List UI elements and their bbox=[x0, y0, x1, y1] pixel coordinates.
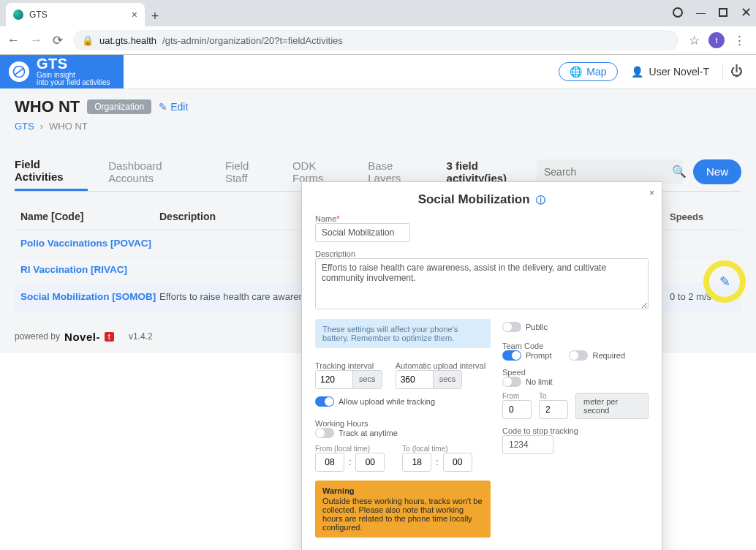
label-speed-from: From bbox=[502, 392, 532, 400]
power-icon[interactable]: ⏻ bbox=[722, 64, 743, 79]
account-icon[interactable] bbox=[673, 7, 683, 18]
row-edit-pencil-icon[interactable]: ✎ bbox=[719, 274, 730, 290]
close-window-icon[interactable]: ✕ bbox=[741, 4, 752, 20]
favicon-icon bbox=[13, 10, 23, 20]
brand-block[interactable]: GTS Gain insightinto your field activiti… bbox=[0, 55, 124, 88]
app-header: GTS Gain insightinto your field activiti… bbox=[0, 55, 756, 88]
new-tab-button[interactable]: + bbox=[145, 6, 165, 26]
pencil-icon: ✎ bbox=[159, 101, 167, 113]
label-public: Public bbox=[526, 323, 548, 331]
col-speeds[interactable]: Speeds bbox=[670, 211, 736, 222]
row-name[interactable]: Social Mobilization [SOMOB] bbox=[20, 291, 159, 302]
label-nolimit: No limit bbox=[526, 377, 553, 386]
brand-tagline-1: Gain insight bbox=[37, 71, 75, 79]
org-chip: Organization bbox=[87, 99, 151, 114]
speed-to-input[interactable] bbox=[539, 400, 568, 419]
row-name[interactable]: RI Vaccination [RIVAC] bbox=[20, 264, 159, 275]
forward-icon[interactable]: → bbox=[30, 33, 42, 48]
warning-body: Outside these working hours, tracks won'… bbox=[322, 497, 483, 532]
label-speed-to: To bbox=[539, 392, 568, 400]
maximize-icon[interactable] bbox=[719, 8, 727, 17]
globe-icon: 🌐 bbox=[570, 66, 582, 78]
page-title: WHO NT bbox=[15, 97, 80, 116]
name-input[interactable] bbox=[315, 223, 410, 242]
brand-name: GTS bbox=[37, 56, 110, 72]
to-min-input[interactable] bbox=[443, 453, 472, 472]
chevron-right-icon: › bbox=[40, 121, 43, 132]
edit-label: Edit bbox=[170, 101, 188, 113]
label-speed: Speed bbox=[502, 368, 649, 377]
kebab-icon[interactable]: ⋮ bbox=[733, 33, 746, 48]
from-min-input[interactable] bbox=[355, 453, 385, 472]
allow-upload-toggle[interactable] bbox=[315, 396, 334, 407]
activity-modal: × Social Mobilization ⓘ Name Description… bbox=[301, 181, 662, 550]
to-hour-input[interactable] bbox=[402, 453, 431, 472]
user-menu[interactable]: 👤 User Novel-T bbox=[631, 66, 709, 78]
new-button[interactable]: New bbox=[693, 159, 741, 184]
public-toggle[interactable] bbox=[502, 322, 521, 332]
breadcrumb-current: WHO NT bbox=[49, 121, 88, 132]
star-icon[interactable]: ☆ bbox=[689, 33, 700, 48]
lock-icon: 🔒 bbox=[82, 35, 94, 46]
url-path: /gts-admin/organization/20?t=fieldActivi… bbox=[162, 35, 343, 46]
row-name[interactable]: Polio Vaccinations [POVAC] bbox=[20, 238, 159, 249]
description-input[interactable]: Efforts to raise health care awareness, … bbox=[315, 258, 649, 309]
back-icon[interactable]: ← bbox=[7, 33, 20, 48]
browser-tab[interactable]: GTS × bbox=[6, 3, 145, 26]
label-working-hours: Working Hours bbox=[315, 419, 491, 428]
label-name: Name bbox=[315, 214, 649, 223]
search-box[interactable]: 🔍 bbox=[537, 159, 683, 184]
map-button[interactable]: 🌐 Map bbox=[559, 62, 617, 81]
search-icon[interactable]: 🔍 bbox=[672, 165, 687, 178]
label-tracking-interval: Tracking interval bbox=[315, 361, 382, 370]
breadcrumb-root[interactable]: GTS bbox=[15, 121, 34, 132]
minimize-icon[interactable]: — bbox=[696, 7, 706, 18]
stop-code-input[interactable] bbox=[502, 435, 553, 454]
activity-count: 3 field activity(ies) bbox=[447, 159, 526, 184]
secs-unit: secs bbox=[352, 371, 382, 388]
modal-title: Social Mobilization bbox=[418, 192, 530, 206]
address-bar[interactable]: 🔒 uat.gts.health /gts-admin/organization… bbox=[73, 30, 678, 50]
required-toggle[interactable] bbox=[569, 350, 588, 361]
reload-icon[interactable]: ⟳ bbox=[53, 33, 63, 48]
speed-unit: meter per second bbox=[575, 393, 649, 419]
from-hour-input[interactable] bbox=[315, 453, 344, 472]
tab-dashboard-accounts[interactable]: Dashboard Accounts bbox=[108, 154, 205, 190]
user-icon: 👤 bbox=[631, 66, 643, 78]
url-host: uat.gts.health bbox=[99, 35, 156, 46]
prompt-toggle[interactable] bbox=[502, 350, 521, 361]
tracking-interval-input[interactable] bbox=[316, 371, 352, 388]
profile-avatar[interactable]: t bbox=[708, 32, 725, 48]
label-to-local: To (local time) bbox=[402, 445, 472, 453]
warning-box: Warning Outside these working hours, tra… bbox=[315, 481, 491, 538]
col-name[interactable]: Name [Code] bbox=[20, 211, 159, 222]
track-anytime-toggle[interactable] bbox=[315, 428, 334, 438]
label-team-code: Team Code bbox=[502, 342, 649, 350]
battery-info-box: These settings will affect your phone's … bbox=[315, 319, 491, 348]
help-icon[interactable]: ⓘ bbox=[536, 195, 545, 206]
tab-field-staff[interactable]: Field Staff bbox=[225, 154, 272, 190]
tab-field-activities[interactable]: Field Activities bbox=[15, 152, 88, 191]
speed-from-input[interactable] bbox=[502, 400, 532, 419]
close-icon[interactable]: × bbox=[132, 9, 137, 20]
user-label: User Novel-T bbox=[649, 66, 709, 78]
modal-close-icon[interactable]: × bbox=[649, 188, 654, 198]
nolimit-toggle[interactable] bbox=[502, 377, 521, 387]
map-label: Map bbox=[586, 66, 606, 78]
logo-icon bbox=[9, 61, 29, 82]
tab-title: GTS bbox=[29, 10, 48, 20]
auto-upload-input[interactable] bbox=[396, 371, 433, 388]
label-prompt: Prompt bbox=[526, 351, 551, 360]
breadcrumb: GTS › WHO NT bbox=[15, 121, 741, 132]
label-required: Required bbox=[592, 351, 625, 360]
highlight-annotation: ✎ bbox=[703, 260, 746, 303]
warning-title: Warning bbox=[322, 486, 483, 495]
edit-link[interactable]: ✎ Edit bbox=[159, 101, 188, 113]
svg-line-1 bbox=[14, 68, 23, 75]
footer-flag: t bbox=[105, 332, 114, 342]
label-allow-upload: Allow upload while tracking bbox=[339, 397, 435, 406]
browser-chrome: GTS × + — ✕ ← → ⟳ 🔒 uat.gts.health /gts-… bbox=[0, 0, 756, 55]
search-input[interactable] bbox=[544, 166, 672, 178]
footer-brand: Novel- bbox=[64, 331, 100, 343]
secs-unit: secs bbox=[433, 371, 462, 388]
